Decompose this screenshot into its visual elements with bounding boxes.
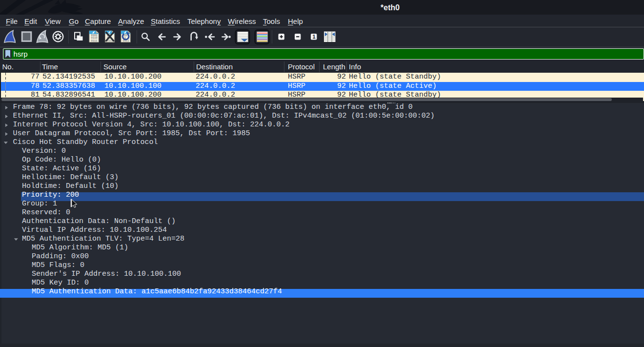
svg-text:0111: 0111	[91, 40, 98, 42]
svg-text:1: 1	[313, 34, 316, 40]
